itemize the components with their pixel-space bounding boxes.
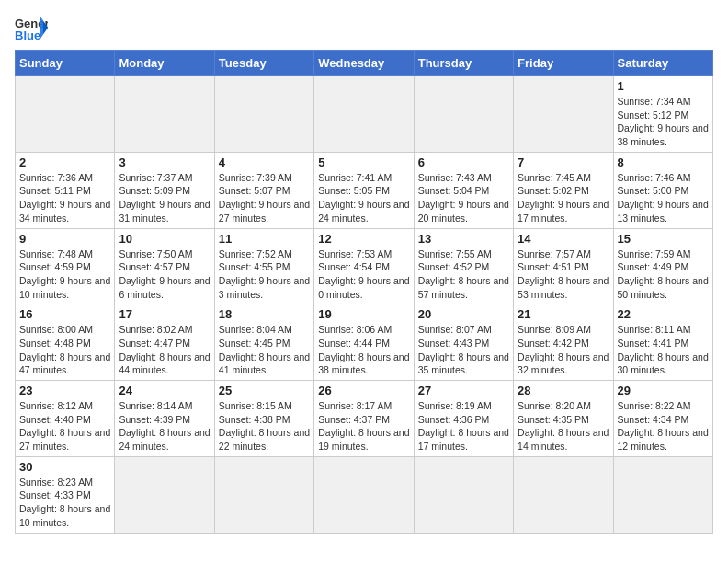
weekday-header-thursday: Thursday	[414, 51, 513, 76]
day-number: 1	[618, 79, 709, 93]
calendar-cell	[214, 456, 313, 533]
day-number: 25	[219, 384, 310, 397]
calendar-cell: 13Sunrise: 7:55 AM Sunset: 4:52 PM Dayli…	[414, 228, 513, 304]
calendar-cell: 18Sunrise: 8:04 AM Sunset: 4:45 PM Dayli…	[214, 304, 313, 381]
day-number: 16	[19, 307, 110, 321]
calendar-cell: 15Sunrise: 7:59 AM Sunset: 4:49 PM Dayli…	[613, 228, 712, 304]
day-number: 26	[318, 384, 409, 397]
day-number: 30	[19, 460, 110, 474]
day-number: 6	[418, 155, 509, 169]
day-info: Sunrise: 7:43 AM Sunset: 5:04 PM Dayligh…	[418, 171, 509, 225]
day-number: 14	[518, 232, 609, 246]
calendar-cell: 26Sunrise: 8:17 AM Sunset: 4:37 PM Dayli…	[314, 381, 414, 457]
calendar-cell: 24Sunrise: 8:14 AM Sunset: 4:39 PM Dayli…	[115, 381, 214, 457]
day-info: Sunrise: 7:34 AM Sunset: 5:12 PM Dayligh…	[618, 95, 709, 149]
day-info: Sunrise: 7:37 AM Sunset: 5:09 PM Dayligh…	[119, 171, 210, 225]
calendar-cell: 12Sunrise: 7:53 AM Sunset: 4:54 PM Dayli…	[314, 228, 414, 304]
day-number: 4	[219, 155, 310, 169]
calendar-cell: 11Sunrise: 7:52 AM Sunset: 4:55 PM Dayli…	[214, 228, 313, 304]
calendar-cell: 25Sunrise: 8:15 AM Sunset: 4:38 PM Dayli…	[214, 381, 313, 457]
calendar-cell	[314, 76, 414, 153]
day-info: Sunrise: 8:20 AM Sunset: 4:35 PM Dayligh…	[518, 399, 609, 454]
day-info: Sunrise: 7:36 AM Sunset: 5:11 PM Dayligh…	[19, 171, 110, 225]
calendar-cell: 9Sunrise: 7:48 AM Sunset: 4:59 PM Daylig…	[16, 228, 115, 304]
day-info: Sunrise: 8:00 AM Sunset: 4:48 PM Dayligh…	[19, 323, 110, 377]
calendar-cell	[16, 76, 115, 153]
weekday-header-monday: Monday	[115, 51, 214, 76]
calendar-cell	[115, 76, 214, 153]
day-info: Sunrise: 7:39 AM Sunset: 5:07 PM Dayligh…	[219, 171, 310, 225]
day-number: 20	[418, 307, 509, 321]
calendar-cell: 5Sunrise: 7:41 AM Sunset: 5:05 PM Daylig…	[314, 152, 414, 228]
day-number: 19	[318, 307, 409, 321]
calendar-cell: 3Sunrise: 7:37 AM Sunset: 5:09 PM Daylig…	[115, 152, 214, 228]
svg-text:Blue: Blue	[15, 29, 40, 42]
calendar-cell: 23Sunrise: 8:12 AM Sunset: 4:40 PM Dayli…	[16, 381, 115, 457]
calendar-cell	[514, 76, 613, 153]
day-number: 12	[318, 232, 409, 246]
logo: General Blue	[15, 15, 48, 42]
day-info: Sunrise: 8:11 AM Sunset: 4:41 PM Dayligh…	[618, 323, 709, 377]
day-info: Sunrise: 8:02 AM Sunset: 4:47 PM Dayligh…	[119, 323, 210, 377]
day-number: 13	[418, 232, 509, 246]
weekday-header-saturday: Saturday	[613, 51, 712, 76]
calendar-row: 1Sunrise: 7:34 AM Sunset: 5:12 PM Daylig…	[16, 76, 713, 153]
day-info: Sunrise: 8:06 AM Sunset: 4:44 PM Dayligh…	[318, 323, 409, 377]
day-number: 18	[219, 307, 310, 321]
day-info: Sunrise: 8:09 AM Sunset: 4:42 PM Dayligh…	[518, 323, 609, 377]
calendar-row: 9Sunrise: 7:48 AM Sunset: 4:59 PM Daylig…	[16, 228, 713, 304]
day-number: 23	[19, 384, 110, 397]
calendar-row: 16Sunrise: 8:00 AM Sunset: 4:48 PM Dayli…	[16, 304, 713, 381]
day-info: Sunrise: 7:48 AM Sunset: 4:59 PM Dayligh…	[19, 247, 110, 302]
day-number: 24	[119, 384, 210, 397]
calendar-cell	[214, 76, 313, 153]
calendar-cell: 21Sunrise: 8:09 AM Sunset: 4:42 PM Dayli…	[514, 304, 613, 381]
day-number: 21	[518, 307, 609, 321]
day-info: Sunrise: 8:07 AM Sunset: 4:43 PM Dayligh…	[418, 323, 509, 377]
calendar-row: 2Sunrise: 7:36 AM Sunset: 5:11 PM Daylig…	[16, 152, 713, 228]
day-info: Sunrise: 7:50 AM Sunset: 4:57 PM Dayligh…	[119, 247, 210, 302]
calendar-cell	[115, 456, 214, 533]
calendar-cell: 22Sunrise: 8:11 AM Sunset: 4:41 PM Dayli…	[613, 304, 712, 381]
day-info: Sunrise: 7:59 AM Sunset: 4:49 PM Dayligh…	[618, 247, 709, 302]
calendar-cell: 29Sunrise: 8:22 AM Sunset: 4:34 PM Dayli…	[613, 381, 712, 457]
calendar-cell	[314, 456, 414, 533]
day-number: 10	[119, 232, 210, 246]
calendar-cell: 30Sunrise: 8:23 AM Sunset: 4:33 PM Dayli…	[16, 456, 115, 533]
day-number: 2	[19, 155, 110, 169]
day-number: 27	[418, 384, 509, 397]
calendar-cell: 14Sunrise: 7:57 AM Sunset: 4:51 PM Dayli…	[514, 228, 613, 304]
weekday-header-sunday: Sunday	[16, 51, 115, 76]
calendar-cell: 2Sunrise: 7:36 AM Sunset: 5:11 PM Daylig…	[16, 152, 115, 228]
calendar-row: 23Sunrise: 8:12 AM Sunset: 4:40 PM Dayli…	[16, 381, 713, 457]
day-info: Sunrise: 8:15 AM Sunset: 4:38 PM Dayligh…	[219, 399, 310, 454]
weekday-header-tuesday: Tuesday	[214, 51, 313, 76]
calendar-cell: 8Sunrise: 7:46 AM Sunset: 5:00 PM Daylig…	[613, 152, 712, 228]
calendar-cell: 28Sunrise: 8:20 AM Sunset: 4:35 PM Dayli…	[514, 381, 613, 457]
day-info: Sunrise: 7:53 AM Sunset: 4:54 PM Dayligh…	[318, 247, 409, 302]
day-number: 7	[518, 155, 609, 169]
weekday-header-wednesday: Wednesday	[314, 51, 414, 76]
calendar-table: SundayMondayTuesdayWednesdayThursdayFrid…	[15, 50, 713, 534]
day-number: 3	[119, 155, 210, 169]
calendar-cell: 17Sunrise: 8:02 AM Sunset: 4:47 PM Dayli…	[115, 304, 214, 381]
day-info: Sunrise: 7:45 AM Sunset: 5:02 PM Dayligh…	[518, 171, 609, 225]
day-info: Sunrise: 7:52 AM Sunset: 4:55 PM Dayligh…	[219, 247, 310, 302]
calendar-cell: 10Sunrise: 7:50 AM Sunset: 4:57 PM Dayli…	[115, 228, 214, 304]
day-number: 11	[219, 232, 310, 246]
day-number: 28	[518, 384, 609, 397]
calendar-cell	[414, 76, 513, 153]
calendar-cell: 7Sunrise: 7:45 AM Sunset: 5:02 PM Daylig…	[514, 152, 613, 228]
calendar-cell: 6Sunrise: 7:43 AM Sunset: 5:04 PM Daylig…	[414, 152, 513, 228]
day-info: Sunrise: 7:57 AM Sunset: 4:51 PM Dayligh…	[518, 247, 609, 302]
day-number: 29	[618, 384, 709, 397]
day-info: Sunrise: 8:23 AM Sunset: 4:33 PM Dayligh…	[19, 476, 110, 530]
calendar-cell	[414, 456, 513, 533]
calendar-cell	[613, 456, 712, 533]
logo-icon: General Blue	[15, 15, 48, 42]
calendar-row: 30Sunrise: 8:23 AM Sunset: 4:33 PM Dayli…	[16, 456, 713, 533]
day-info: Sunrise: 8:22 AM Sunset: 4:34 PM Dayligh…	[618, 399, 709, 454]
weekday-header-friday: Friday	[514, 51, 613, 76]
calendar-cell	[514, 456, 613, 533]
day-number: 5	[318, 155, 409, 169]
